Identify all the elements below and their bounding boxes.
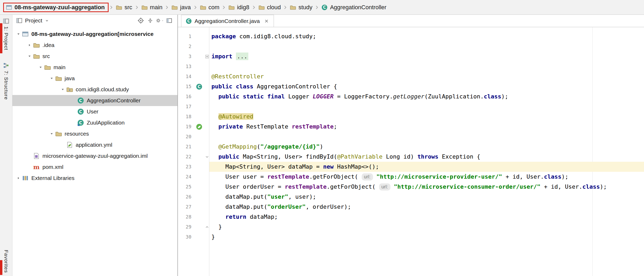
code-line-24[interactable]: 24 User user = restTemplate.getForObject…: [178, 172, 644, 182]
editor-tab[interactable]: C AggregationController.java: [181, 15, 274, 27]
tree-item-resources[interactable]: resources: [12, 128, 177, 139]
line-number[interactable]: 26: [178, 192, 193, 202]
line-number[interactable]: 19: [178, 122, 193, 132]
code-line-16[interactable]: 16 public static final Logger LOGGER = L…: [178, 92, 644, 102]
code-line-25[interactable]: 25 User orderUser = restTemplate.getForO…: [178, 182, 644, 192]
tree-item-main[interactable]: main: [12, 62, 177, 73]
locate-button[interactable]: [137, 17, 145, 25]
collapsed-chevron-icon[interactable]: [15, 176, 22, 180]
breadcrumb-item-cloud[interactable]: cloud: [256, 3, 283, 12]
tree-item-idea[interactable]: .idea: [12, 40, 177, 51]
breadcrumb-item-main[interactable]: main: [139, 3, 164, 12]
code-line-21[interactable]: 21 @GetMapping("/aggregate/{id}"): [178, 142, 644, 152]
tree-item-external-libraries[interactable]: External Libraries: [12, 173, 177, 184]
tree-item-java[interactable]: java: [12, 73, 177, 84]
line-number[interactable]: 27: [178, 202, 193, 212]
line-number[interactable]: 30: [178, 232, 193, 242]
tool-button-favorites-label: Favorites: [3, 250, 9, 273]
collapsed-chevron-icon[interactable]: [26, 43, 33, 47]
expanded-chevron-icon[interactable]: [26, 54, 33, 58]
breadcrumb-item-idig8[interactable]: idig8: [226, 3, 251, 12]
settings-gear-button[interactable]: [156, 17, 164, 25]
line-number[interactable]: 20: [178, 132, 193, 142]
tree-item-application-yml[interactable]: application.yml: [12, 139, 177, 150]
fold-cell[interactable]: [205, 51, 209, 61]
tree-item-aggregationcontroller[interactable]: CAggregationController: [12, 95, 177, 106]
code-line-20[interactable]: 20: [178, 132, 644, 142]
tree-item-com-idig8-cloud-study[interactable]: com.idig8.cloud.study: [12, 84, 177, 95]
code-line-27[interactable]: 27 dataMap.put("orderUser", orderUser);: [178, 202, 644, 212]
code-line-2[interactable]: 2: [178, 41, 644, 51]
code-line-30[interactable]: 30}: [178, 232, 644, 242]
gutter-icon-cell[interactable]: [193, 122, 205, 132]
breadcrumb-item-src[interactable]: src: [114, 3, 134, 12]
line-number[interactable]: 3: [178, 51, 193, 61]
breadcrumb-item-study[interactable]: study: [288, 3, 314, 12]
code-line-29[interactable]: 29 }: [178, 222, 644, 232]
tree-item-microservice-gateway-zuul-aggregation-iml[interactable]: microservice-gateway-zuul-aggregation.im…: [12, 150, 177, 161]
close-icon[interactable]: [264, 18, 269, 24]
code-line-19[interactable]: 19 private RestTemplate restTemplate;: [178, 122, 644, 132]
chevron-down-icon[interactable]: [45, 18, 49, 23]
code-text: @GetMapping("/aggregate/{id}"): [209, 142, 644, 152]
line-number[interactable]: 28: [178, 212, 193, 222]
annotation-strip-bottom: [0, 260, 2, 275]
expanded-chevron-icon[interactable]: [48, 132, 55, 136]
code-line-1[interactable]: 1package com.idig8.cloud.study;: [178, 31, 644, 41]
tool-button-project[interactable]: 1: Project: [3, 18, 9, 50]
line-number[interactable]: 13: [178, 61, 193, 72]
folder-icon: [141, 4, 148, 11]
fold-cell[interactable]: [205, 152, 209, 162]
line-number[interactable]: 16: [178, 92, 193, 102]
expanded-chevron-icon[interactable]: [37, 65, 44, 69]
breadcrumb-item-com[interactable]: com: [198, 3, 221, 12]
code-line-3[interactable]: 3import ...: [178, 51, 644, 61]
tree-item-zuulapplication[interactable]: CZuulApplication: [12, 117, 177, 128]
tree-item-user[interactable]: CUser: [12, 106, 177, 117]
tree-item-08-ms-gateway-zuul-aggregation[interactable]: 08-ms-gateway-zuul-aggregation [microser…: [12, 28, 177, 40]
code-text: User user = restTemplate.getForObject( u…: [209, 172, 644, 182]
code-editor[interactable]: 1package com.idig8.cloud.study;23import …: [178, 27, 644, 276]
code-line-28[interactable]: 28 return dataMap;: [178, 212, 644, 222]
fold-cell[interactable]: [205, 222, 209, 232]
code-line-22[interactable]: 22 public Map<String, User> findById(@Pa…: [178, 152, 644, 162]
code-line-14[interactable]: 14@RestController: [178, 72, 644, 82]
code-line-23[interactable]: 23 Map<String, User> dataMap = new HashM…: [178, 162, 644, 172]
breadcrumb-item-aggregationcontroller[interactable]: CAggregationController: [319, 3, 388, 12]
expanded-chevron-icon[interactable]: [59, 88, 66, 91]
line-number[interactable]: 15: [178, 82, 193, 92]
hide-panel-button[interactable]: [165, 17, 173, 25]
tool-button-structure[interactable]: 7: Structure: [3, 62, 9, 100]
line-number[interactable]: 17: [178, 102, 193, 112]
gutter-icon-cell[interactable]: C: [193, 82, 205, 92]
code-line-13[interactable]: 13: [178, 61, 644, 72]
line-number[interactable]: 25: [178, 182, 193, 192]
line-number[interactable]: 14: [178, 72, 193, 82]
line-number[interactable]: 1: [178, 31, 193, 41]
line-number[interactable]: 21: [178, 142, 193, 152]
line-number[interactable]: 18: [178, 112, 193, 122]
panel-title[interactable]: Project: [25, 17, 42, 24]
class-icon[interactable]: C: [196, 83, 202, 90]
collapse-all-button[interactable]: [146, 17, 154, 25]
fold-arrow-up-icon[interactable]: [205, 225, 209, 229]
code-text: User orderUser = restTemplate.getForObje…: [209, 182, 644, 192]
breadcrumb-item-java[interactable]: java: [170, 3, 192, 12]
code-line-17[interactable]: 17: [178, 102, 644, 112]
expanded-chevron-icon[interactable]: [15, 32, 22, 36]
code-line-15[interactable]: 15Cpublic class AggregationController {: [178, 82, 644, 92]
line-number[interactable]: 29: [178, 222, 193, 232]
code-line-26[interactable]: 26 dataMap.put("user", user);: [178, 192, 644, 202]
line-number[interactable]: 24: [178, 172, 193, 182]
code-line-18[interactable]: 18 @Autowired: [178, 112, 644, 122]
tree-item-pom-xml[interactable]: mpom.xml: [12, 161, 177, 173]
fold-arrow-down-icon[interactable]: [205, 155, 209, 159]
spring-bean-icon[interactable]: [196, 123, 202, 130]
line-number[interactable]: 23: [178, 162, 193, 172]
line-number[interactable]: 2: [178, 41, 193, 51]
tree-item-src[interactable]: src: [12, 51, 177, 62]
breadcrumb-item-08-ms-gateway-zuul-aggregation[interactable]: 08-ms-gateway-zuul-aggregation: [3, 3, 109, 12]
line-number[interactable]: 22: [178, 152, 193, 162]
expanded-chevron-icon[interactable]: [48, 77, 55, 80]
fold-plus-icon[interactable]: [205, 54, 209, 59]
